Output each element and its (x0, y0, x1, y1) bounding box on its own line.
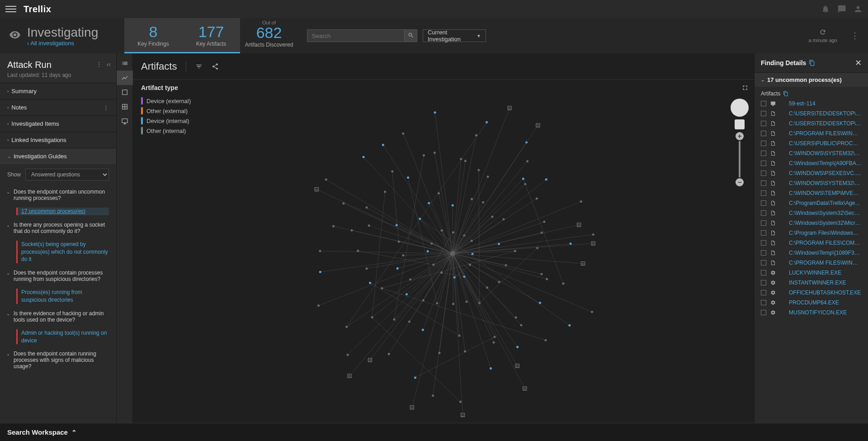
show-select[interactable]: Answered questions (25, 169, 109, 180)
svg-line-92 (383, 145, 453, 253)
guide-question[interactable]: ⌄Does the endpoint contain uncommon runn… (0, 185, 116, 205)
guide-answer[interactable]: Admin or hacking tool(s) running on devi… (16, 329, 109, 345)
sidebar-collapse-icon[interactable]: ‹‹ (107, 61, 111, 68)
artifact-checkbox[interactable] (761, 200, 766, 206)
artifact-link[interactable]: C:\Windows\Temp\{1089F3E7-C3... (789, 250, 862, 256)
artifact-checkbox[interactable] (761, 141, 766, 146)
section-guides[interactable]: ⌄Investigation Guides (0, 148, 116, 164)
node-graph[interactable]: DDDDDDDDDDDD (133, 80, 754, 423)
artifact-checkbox[interactable] (761, 131, 766, 136)
svg-line-40 (453, 254, 516, 318)
artifact-link[interactable]: C:\WINDOWS\SYSTEM32\MUSNO... (789, 150, 862, 156)
artifact-checkbox[interactable] (761, 260, 766, 266)
search-input[interactable] (307, 29, 405, 42)
user-icon[interactable] (854, 5, 863, 14)
section-linked[interactable]: ›Linked Investigations (0, 132, 116, 148)
refresh-icon[interactable] (819, 28, 826, 36)
svg-point-156 (366, 267, 368, 270)
finding-details-title: Finding Details (761, 59, 815, 66)
svg-point-155 (369, 282, 371, 284)
svg-point-132 (438, 192, 440, 194)
artifact-checkbox[interactable] (761, 111, 766, 116)
stat-key-artifacts[interactable]: 177 Key Artifacts (182, 18, 240, 53)
guide-question[interactable]: ⌄Is there evidence of hacking or admin t… (0, 307, 116, 327)
filter-icon[interactable] (195, 63, 203, 70)
artifact-checkbox[interactable] (761, 121, 766, 126)
stat-artifacts-discovered[interactable]: Out of 682 Artifacts Discovered (240, 18, 298, 53)
artifact-link[interactable]: C:\Program Files\WindowsApps\... (789, 230, 862, 236)
copy-icon[interactable] (783, 91, 788, 96)
close-icon[interactable]: ✕ (855, 58, 862, 68)
artifact-checkbox[interactable] (761, 290, 766, 295)
artifact-link[interactable]: C:\USERS\TED\DESKTOP\INSTANT... (789, 120, 862, 127)
artifact-checkbox[interactable] (761, 250, 766, 256)
view-graph-icon[interactable] (117, 71, 133, 85)
search-button[interactable] (405, 29, 417, 42)
artifact-link[interactable]: C:\WINDOWS\SYSTEM32\MODE.C... (789, 180, 862, 186)
svg-point-198 (475, 134, 477, 137)
artifact-link[interactable]: PROCDUMP64.EXE (789, 299, 862, 306)
share-icon[interactable] (212, 63, 219, 70)
bell-icon[interactable] (821, 5, 830, 14)
investigation-select[interactable]: Current Investigation ▼ (423, 29, 486, 42)
artifact-link[interactable]: C:\USERS\TED\DESKTOP\LUCKYW... (789, 110, 862, 117)
artifact-checkbox[interactable] (761, 270, 766, 275)
guide-answer[interactable]: Process(es) running from suspicious dire… (16, 289, 109, 304)
artifact-checkbox[interactable] (761, 210, 766, 216)
svg-point-126 (396, 267, 399, 270)
back-link[interactable]: All investigations (27, 40, 98, 47)
svg-point-144 (520, 324, 522, 326)
section-notes[interactable]: ›Notes⋮ (0, 99, 116, 115)
stat-key-findings[interactable]: 8 Key Findings (124, 18, 182, 53)
guide-question[interactable]: ⌄Does the endpoint contain processes run… (0, 266, 116, 286)
artifact-row: 59-edr-114 (761, 99, 862, 109)
artifact-checkbox[interactable] (761, 190, 766, 196)
svg-line-80 (433, 254, 453, 396)
sidebar-subtitle: Last updated: 11 days ago (7, 72, 109, 78)
artifact-checkbox[interactable] (761, 220, 766, 226)
artifact-link[interactable]: C:\Windows\Temp\{A90FBAB5-F6... (789, 160, 862, 166)
artifact-link[interactable]: 59-edr-114 (789, 100, 862, 107)
search-workspace-bar[interactable]: Search Workspace ⌃ (0, 423, 868, 441)
copy-icon[interactable] (809, 60, 815, 66)
menu-icon[interactable] (5, 4, 16, 14)
artifact-checkbox[interactable] (761, 280, 766, 285)
artifact-checkbox[interactable] (761, 151, 766, 156)
view-grid-icon[interactable] (117, 100, 133, 114)
finding-expand[interactable]: ⌄17 uncommon process(es) (755, 73, 868, 87)
view-monitor-icon[interactable] (117, 114, 133, 128)
artifact-checkbox[interactable] (761, 171, 766, 176)
artifact-link[interactable]: C:\PROGRAM FILES\COMMON FIL... (789, 240, 862, 246)
file-icon (770, 130, 776, 137)
artifact-checkbox[interactable] (761, 161, 766, 166)
artifact-link[interactable]: LUCKYWINNER.EXE (789, 270, 862, 276)
artifact-link[interactable]: C:\PROGRAM FILES\WINDOWSAP... (789, 130, 862, 137)
chat-icon[interactable] (837, 5, 846, 14)
section-investigated[interactable]: ›Investigated Items (0, 115, 116, 132)
artifact-checkbox[interactable] (761, 101, 766, 106)
kebab-icon[interactable]: ⋮ (851, 31, 859, 41)
artifact-link[interactable]: C:\WINDOWS\TEMP\MVEDRSETU... (789, 190, 862, 196)
artifact-checkbox[interactable] (761, 310, 766, 315)
section-summary[interactable]: ›Summary (0, 83, 116, 99)
artifact-checkbox[interactable] (761, 180, 766, 186)
guide-question[interactable]: ⌄Is there any process opening a socket t… (0, 218, 116, 238)
artifact-link[interactable]: C:\WINDOWS\PSEXESVC.EXE (789, 170, 862, 176)
artifact-link[interactable]: C:\USERS\PUBLIC\PROCDUMP64.... (789, 140, 862, 147)
view-list-icon[interactable] (117, 56, 133, 71)
artifact-checkbox[interactable] (761, 300, 766, 305)
view-box-icon[interactable] (117, 85, 133, 100)
sidebar-kebab-icon[interactable]: ⋮ (96, 61, 102, 68)
artifact-link[interactable]: OFFICEHUBTASKHOST.EXE (789, 289, 862, 296)
artifact-link[interactable]: C:\PROGRAM FILES\WINDOWSAP... (789, 260, 862, 266)
artifact-link[interactable]: INSTANTWINNER.EXE (789, 280, 862, 286)
guide-answer[interactable]: 17 uncommon process(es) (16, 208, 109, 215)
artifact-link[interactable]: MUSNOTIFYICON.EXE (789, 309, 862, 316)
guide-question[interactable]: ⌄Does the endpoint contain running proce… (0, 347, 116, 373)
artifact-link[interactable]: C:\ProgramData\Trellix\Agent\C... (789, 200, 862, 206)
guide-answer[interactable]: Socket(s) being opened by process(es) wh… (16, 241, 109, 263)
artifact-link[interactable]: C:\Windows\System32\SecurityH... (789, 210, 862, 216)
artifact-checkbox[interactable] (761, 240, 766, 246)
artifact-link[interactable]: C:\Windows\System32\MicrosoftE... (789, 220, 862, 226)
artifact-checkbox[interactable] (761, 230, 766, 236)
